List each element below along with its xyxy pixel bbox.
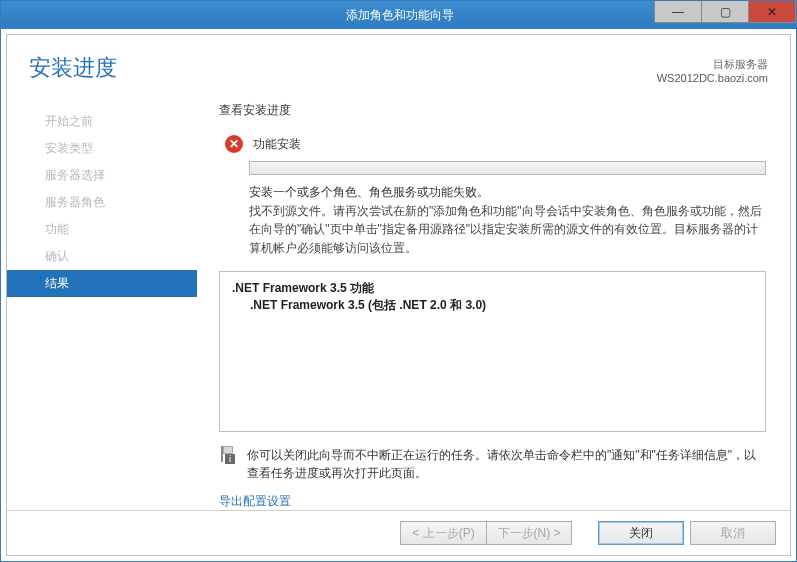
steps-sidebar: 开始之前 安装类型 服务器选择 服务器角色 功能 确认 结果 (7, 102, 197, 510)
info-row: i 你可以关闭此向导而不中断正在运行的任务。请依次单击命令栏中的"通知"和"任务… (219, 446, 766, 483)
export-config-link[interactable]: 导出配置设置 (219, 493, 766, 510)
target-server-block: 目标服务器 WS2012DC.baozi.com (657, 57, 768, 84)
results-box: .NET Framework 3.5 功能 .NET Framework 3.5… (219, 271, 766, 431)
step-confirmation: 确认 (7, 243, 197, 270)
wizard-window: 添加角色和功能向导 — ▢ ✕ 安装进度 目标服务器 WS2012DC.baoz… (0, 0, 797, 562)
main-content: 查看安装进度 ✕ 功能安装 安装一个或多个角色、角色服务或功能失败。 找不到源文… (197, 102, 790, 510)
step-before-you-begin: 开始之前 (7, 108, 197, 135)
target-server-value: WS2012DC.baozi.com (657, 72, 768, 84)
body: 开始之前 安装类型 服务器选择 服务器角色 功能 确认 结果 查看安装进度 ✕ … (7, 84, 790, 510)
progress-bar (249, 161, 766, 175)
previous-button: < 上一步(P) (400, 521, 486, 545)
flag-icon: i (219, 446, 237, 464)
target-server-label: 目标服务器 (657, 57, 768, 72)
step-server-roles: 服务器角色 (7, 189, 197, 216)
nav-button-pair: < 上一步(P) 下一步(N) > (400, 521, 572, 545)
section-title: 查看安装进度 (219, 102, 766, 119)
feature-group: .NET Framework 3.5 功能 (232, 280, 753, 297)
header-row: 安装进度 目标服务器 WS2012DC.baozi.com (7, 35, 790, 84)
message-block: 安装一个或多个角色、角色服务或功能失败。 找不到源文件。请再次尝试在新的"添加角… (249, 183, 766, 257)
window-title: 添加角色和功能向导 (145, 7, 655, 24)
close-button[interactable]: 关闭 (598, 521, 684, 545)
step-features: 功能 (7, 216, 197, 243)
step-server-selection: 服务器选择 (7, 162, 197, 189)
fail-summary: 安装一个或多个角色、角色服务或功能失败。 (249, 183, 766, 202)
fail-detail: 找不到源文件。请再次尝试在新的"添加角色和功能"向导会话中安装角色、角色服务或功… (249, 202, 766, 258)
info-text: 你可以关闭此向导而不中断正在运行的任务。请依次单击命令栏中的"通知"和"任务详细… (247, 446, 766, 483)
minimize-button[interactable]: — (654, 1, 702, 23)
status-text: 功能安装 (253, 136, 301, 153)
step-results: 结果 (7, 270, 197, 297)
next-button: 下一步(N) > (486, 521, 572, 545)
page-heading: 安装进度 (29, 53, 117, 84)
window-controls: — ▢ ✕ (655, 7, 796, 23)
step-install-type: 安装类型 (7, 135, 197, 162)
feature-item: .NET Framework 3.5 (包括 .NET 2.0 和 3.0) (232, 297, 753, 314)
footer: < 上一步(P) 下一步(N) > 关闭 取消 (7, 510, 790, 555)
close-window-button[interactable]: ✕ (748, 1, 796, 23)
cancel-button: 取消 (690, 521, 776, 545)
content-frame: 安装进度 目标服务器 WS2012DC.baozi.com 开始之前 安装类型 … (6, 34, 791, 556)
maximize-button[interactable]: ▢ (701, 1, 749, 23)
titlebar: 添加角色和功能向导 — ▢ ✕ (1, 1, 796, 29)
error-icon: ✕ (225, 135, 243, 153)
status-row: ✕ 功能安装 (225, 135, 766, 153)
